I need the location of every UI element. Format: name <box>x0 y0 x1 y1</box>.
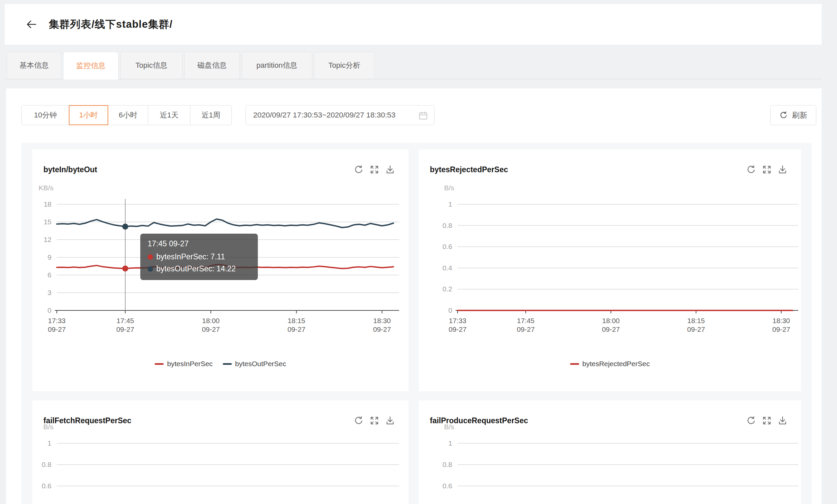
svg-text:0: 0 <box>448 306 452 314</box>
svg-text:17:33: 17:33 <box>449 317 467 324</box>
tab-monitor-info[interactable]: 监控信息 <box>63 52 119 79</box>
svg-text:09-27: 09-27 <box>687 325 705 333</box>
svg-text:1: 1 <box>448 200 452 208</box>
tab-topic-analysis[interactable]: Topic分析 <box>314 52 375 79</box>
svg-text:18:15: 18:15 <box>688 317 705 324</box>
svg-text:0.8: 0.8 <box>42 461 51 468</box>
main-panel: 10分钟 1小时 6小时 近1天 近1周 刷新 byteIn/byteOut <box>6 89 822 504</box>
tab-partition-info[interactable]: partition信息 <box>242 52 312 79</box>
svg-text:09-27: 09-27 <box>772 325 790 333</box>
range-1day-button[interactable]: 近1天 <box>148 106 190 125</box>
svg-text:09-27: 09-27 <box>202 325 220 333</box>
svg-text:1: 1 <box>48 439 51 447</box>
legend-dash <box>155 363 164 365</box>
svg-text:0.8: 0.8 <box>443 461 452 468</box>
svg-text:0.6: 0.6 <box>42 482 51 490</box>
chart-plot: KB/s036912151817:3309-2717:4509-2718:000… <box>32 150 409 391</box>
svg-text:B/s: B/s <box>444 184 454 191</box>
legend-dash <box>570 363 579 365</box>
calendar-icon[interactable] <box>418 111 428 122</box>
charts-grid: byteIn/byteOut KB/s036912151817:3309-271… <box>21 143 812 504</box>
svg-text:9: 9 <box>48 253 51 261</box>
chart-card-fail-fetch: failFetchRequestPerSec B/s00.20.40.60.81… <box>32 400 409 504</box>
range-1week-button[interactable]: 近1周 <box>190 106 231 125</box>
svg-text:0.8: 0.8 <box>443 222 452 229</box>
svg-text:17:45: 17:45 <box>517 317 535 324</box>
svg-text:17:45: 17:45 <box>117 317 134 324</box>
cluster-monitor-page: { "header": { "title": "集群列表/线下stable集群/… <box>0 0 837 504</box>
tab-basic-info[interactable]: 基本信息 <box>7 52 61 79</box>
chart-plot: B/s00.20.40.60.8117:3309-2717:4509-2718:… <box>32 400 409 504</box>
date-range-input[interactable] <box>246 111 409 119</box>
legend-item[interactable]: bytesInPerSec <box>155 360 213 368</box>
refresh-icon <box>779 111 788 119</box>
chart-legend: bytesInPerSecbytesOutPerSec <box>32 360 409 368</box>
svg-text:09-27: 09-27 <box>48 325 66 333</box>
svg-text:KB/s: KB/s <box>39 184 53 191</box>
svg-text:18:00: 18:00 <box>202 317 220 324</box>
svg-text:B/s: B/s <box>43 423 53 431</box>
svg-text:18: 18 <box>44 200 51 208</box>
date-range-picker[interactable] <box>246 105 434 125</box>
tab-bar: 基本信息 监控信息 Topic信息 磁盘信息 partition信息 Topic… <box>7 52 375 79</box>
chart-card-bytes-rejected: bytesRejectedPerSec B/s00.20.40.60.8117:… <box>419 150 801 391</box>
svg-text:12: 12 <box>44 236 51 243</box>
page-title: 集群列表/线下stable集群/ <box>49 17 173 31</box>
svg-text:0: 0 <box>48 306 51 314</box>
svg-text:0.4: 0.4 <box>443 264 452 272</box>
legend-label: bytesOutPerSec <box>235 360 286 368</box>
refresh-label: 刷新 <box>792 110 807 120</box>
range-6hour-button[interactable]: 6小时 <box>108 106 148 125</box>
svg-text:15: 15 <box>44 218 51 226</box>
svg-text:18:30: 18:30 <box>373 317 391 324</box>
svg-text:1: 1 <box>448 439 452 447</box>
legend-item[interactable]: bytesRejectedPerSec <box>570 360 650 368</box>
svg-text:B/s: B/s <box>444 423 454 431</box>
svg-text:0.2: 0.2 <box>443 285 452 293</box>
chart-plot: B/s00.20.40.60.8117:3309-2717:4509-2718:… <box>419 400 801 504</box>
range-10min-button[interactable]: 10分钟 <box>22 106 69 125</box>
chart-plot: B/s00.20.40.60.8117:3309-2717:4509-2718:… <box>419 150 801 391</box>
time-range-group: 10分钟 1小时 6小时 近1天 近1周 <box>21 105 232 125</box>
legend-label: bytesRejectedPerSec <box>583 360 650 368</box>
legend-dash <box>223 363 232 365</box>
chart-legend: bytesRejectedPerSec <box>419 360 801 368</box>
svg-text:09-27: 09-27 <box>448 325 467 333</box>
refresh-button[interactable]: 刷新 <box>770 105 816 125</box>
svg-text:18:15: 18:15 <box>288 317 305 324</box>
chart-card-fail-produce: failProduceRequestPerSec B/s00.20.40.60.… <box>419 400 801 504</box>
svg-text:09-27: 09-27 <box>373 325 391 333</box>
svg-text:09-27: 09-27 <box>116 325 134 333</box>
legend-item[interactable]: bytesOutPerSec <box>223 360 286 368</box>
tab-topic-info[interactable]: Topic信息 <box>120 52 183 79</box>
range-1hour-button[interactable]: 1小时 <box>69 105 108 125</box>
tab-disk-info[interactable]: 磁盘信息 <box>184 52 240 79</box>
back-arrow-icon[interactable] <box>25 19 37 30</box>
legend-label: bytesInPerSec <box>167 360 213 368</box>
svg-text:17:33: 17:33 <box>48 317 66 324</box>
chart-card-bytein-byteout: byteIn/byteOut KB/s036912151817:3309-271… <box>32 150 409 391</box>
svg-text:0.6: 0.6 <box>443 243 452 250</box>
svg-text:09-27: 09-27 <box>517 325 535 333</box>
svg-text:6: 6 <box>48 271 51 279</box>
header-bar: 集群列表/线下stable集群/ <box>5 4 822 45</box>
svg-text:09-27: 09-27 <box>288 325 306 333</box>
svg-text:18:30: 18:30 <box>772 317 790 324</box>
svg-text:09-27: 09-27 <box>602 325 620 333</box>
svg-text:3: 3 <box>48 289 51 296</box>
svg-text:0.6: 0.6 <box>443 482 452 490</box>
svg-text:18:00: 18:00 <box>602 317 620 324</box>
